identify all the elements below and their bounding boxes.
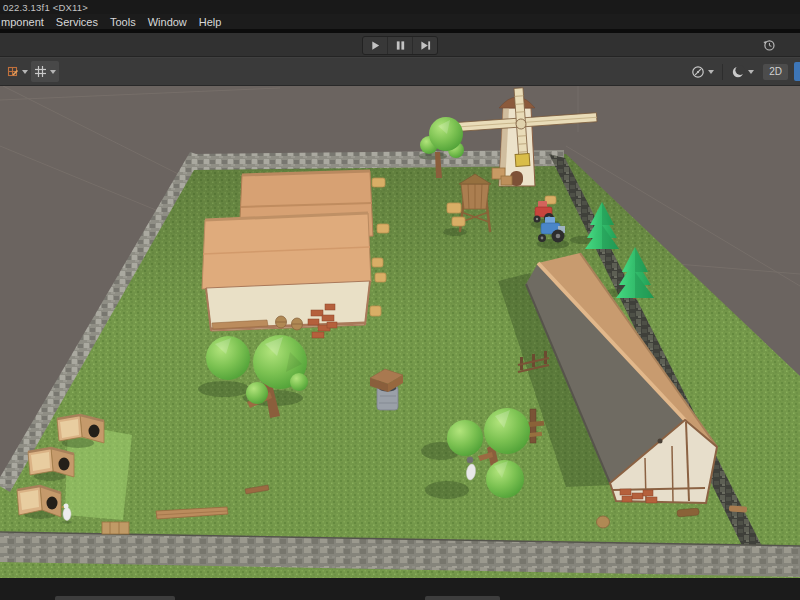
step-forward-icon [420,40,431,51]
play-button[interactable] [363,37,388,54]
bottom-tab-stub[interactable] [55,596,175,600]
scene-view-toolbar: 2D [0,57,800,86]
menu-bar: mponent Services Tools Window Help [0,14,800,29]
main-toolbar [0,33,800,57]
bottom-tab-stub[interactable] [425,596,500,600]
menu-window[interactable]: Window [142,16,193,28]
chevron-down-icon [50,70,56,74]
paint-grid-icon [6,65,19,78]
scene-view[interactable] [0,86,800,578]
shading-crescent-icon [731,65,745,79]
paint-grid-button[interactable] [3,61,31,82]
menu-tools[interactable]: Tools [104,16,142,28]
toolbar-separator [722,64,723,80]
window-title: 022.3.13f1 <DX11> [3,2,88,13]
menu-services[interactable]: Services [50,16,104,28]
grid-visibility-icon [34,65,47,78]
pause-button[interactable] [388,37,413,54]
compass-icon [691,65,705,79]
toggle-2d-button[interactable]: 2D [763,64,788,80]
window-titlebar: 022.3.13f1 <DX11> [0,0,800,14]
pallet [102,522,129,534]
menu-component[interactable]: mponent [0,16,50,28]
chevron-down-icon [708,70,714,74]
chevron-down-icon [22,70,28,74]
history-clock-icon [762,38,776,52]
bottom-panel-edge [0,578,800,600]
active-toggle-partial[interactable] [794,62,800,81]
pause-icon [395,40,406,51]
menu-help[interactable]: Help [193,16,228,28]
barn-lower[interactable] [202,213,371,331]
play-controls [362,36,438,55]
play-icon [370,40,381,51]
compass-button[interactable] [688,61,717,82]
chevron-down-icon [748,70,754,74]
step-button[interactable] [413,37,437,54]
barrel [597,516,610,528]
shading-button[interactable] [728,61,757,82]
grid-visibility-button[interactable] [31,61,59,82]
plank-right [729,505,747,512]
history-button[interactable] [759,36,778,54]
